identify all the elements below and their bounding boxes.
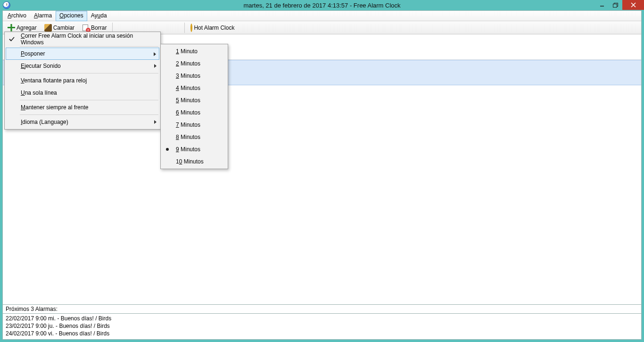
status-header: Próximos 3 Alarmas:	[3, 305, 641, 314]
titlebar: martes, 21 de febrero de 2017 4:13:57 - …	[0, 0, 644, 10]
menu-archivo[interactable]: Archivo	[4, 11, 30, 21]
snooze-submenu: 1 Minuto 2 Minutos 3 Minutos 4 Minutos 5…	[160, 44, 228, 169]
clock-icon	[190, 24, 192, 31]
menu-ayuda[interactable]: Ayuda	[87, 11, 111, 21]
status-line: 22/02/2017 9:00 mi. - Buenos días! / Bir…	[6, 315, 638, 322]
status-line: 24/02/2017 9:00 vi. - Buenos días! / Bir…	[6, 330, 638, 337]
plus-icon	[8, 24, 15, 32]
status-line: 23/02/2017 9:00 ju. - Buenos días! / Bir…	[6, 322, 638, 330]
delete-icon: ×	[82, 24, 90, 32]
minimize-button[interactable]	[595, 0, 609, 10]
snooze-9min[interactable]: 9 Minutos	[162, 143, 227, 155]
toolbar-divider	[184, 23, 185, 33]
snooze-3min[interactable]: 3 Minutos	[162, 70, 227, 82]
menu-separator	[20, 114, 158, 115]
snooze-1min[interactable]: 1 Minuto	[162, 45, 227, 57]
menu-opciones[interactable]: Opciones	[56, 11, 87, 21]
options-menu: Correr Free Alarm Clock al iniciar una s…	[4, 32, 161, 130]
status-lines: 22/02/2017 9:00 mi. - Buenos días! / Bir…	[3, 314, 641, 339]
chevron-right-icon	[154, 52, 156, 56]
option-ejecutar-sonido[interactable]: Ejecutar Sonido	[6, 60, 159, 72]
toolbar-cambiar-label: Cambiar	[53, 24, 74, 31]
menu-separator	[20, 46, 158, 47]
option-idioma[interactable]: Idioma (Language)	[6, 116, 159, 128]
snooze-2min[interactable]: 2 Minutos	[162, 57, 227, 70]
snooze-5min[interactable]: 5 Minutos	[162, 94, 227, 106]
close-button[interactable]	[622, 0, 644, 10]
pencil-icon	[44, 24, 52, 32]
menu-separator	[20, 100, 158, 100]
menu-separator	[20, 73, 158, 73]
client-area: Archivo Alarma Opciones Ayuda Agregar Ca…	[2, 10, 642, 340]
option-ventana-flotante[interactable]: Ventana flotante para reloj	[6, 74, 159, 87]
toolbar-borrar-label: Borrar	[91, 24, 107, 31]
snooze-7min[interactable]: 7 Minutos	[162, 119, 227, 131]
check-icon	[8, 36, 15, 42]
chevron-right-icon	[154, 64, 157, 68]
menubar: Archivo Alarma Opciones Ayuda	[3, 11, 641, 21]
option-posponer[interactable]: Posponer	[6, 48, 159, 60]
svg-rect-2	[613, 4, 617, 7]
snooze-4min[interactable]: 4 Minutos	[162, 82, 227, 94]
radio-dot-icon	[166, 148, 169, 151]
chevron-right-icon	[154, 120, 157, 124]
toolbar-agregar-label: Agregar	[17, 24, 37, 31]
option-run-on-startup[interactable]: Correr Free Alarm Clock al iniciar una s…	[6, 33, 159, 45]
window-controls	[595, 0, 644, 10]
option-mantener-frente[interactable]: Mantener siempre al frente	[6, 101, 159, 114]
status-panel: Próximos 3 Alarmas: 22/02/2017 9:00 mi. …	[3, 304, 641, 339]
window-title: martes, 21 de febrero de 2017 4:13:57 - …	[243, 2, 400, 9]
menu-alarma[interactable]: Alarma	[30, 11, 56, 21]
snooze-8min[interactable]: 8 Minutos	[162, 131, 227, 143]
option-una-sola-linea[interactable]: Una sola línea	[6, 87, 159, 99]
maximize-button[interactable]	[609, 0, 622, 10]
toolbar-hotalarmclock[interactable]: Hot Alarm Clock	[188, 22, 237, 33]
snooze-10min[interactable]: 10 Minutos	[162, 155, 227, 168]
snooze-6min[interactable]: 6 Minutos	[162, 106, 227, 119]
toolbar-hotalarm-label: Hot Alarm Clock	[194, 24, 234, 31]
app-icon	[3, 1, 10, 9]
